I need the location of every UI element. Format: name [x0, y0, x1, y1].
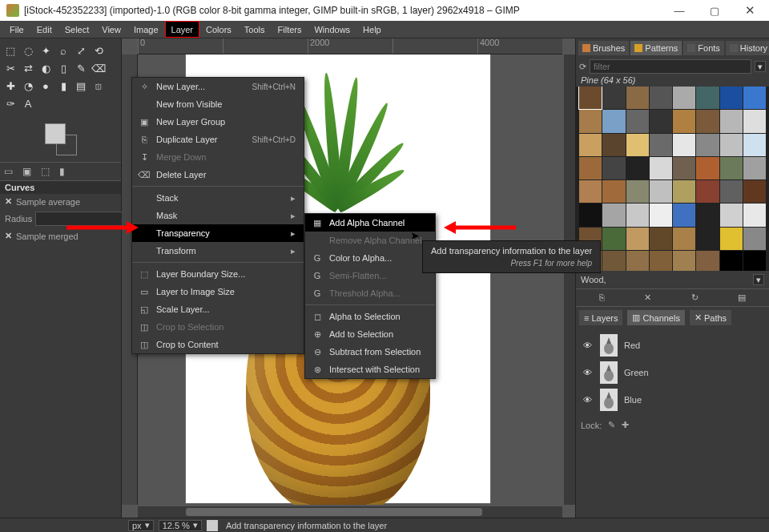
- menu-item-intersect-with-selection[interactable]: ⊗Intersect with Selection: [305, 361, 435, 378]
- pattern-swatch[interactable]: [696, 251, 719, 271]
- tool-preset-button[interactable]: ▭: [2, 164, 15, 179]
- menu-item-alpha-to-selection[interactable]: ◻Alpha to Selection: [305, 308, 435, 325]
- pattern-grid[interactable]: [576, 87, 769, 271]
- tool-button[interactable]: ●: [38, 78, 54, 94]
- menu-item-new-layer[interactable]: ✧New Layer...Shift+Ctrl+N: [132, 78, 304, 95]
- menu-item-color-to-alpha[interactable]: GColor to Alpha...: [305, 249, 435, 267]
- pattern-swatch[interactable]: [743, 180, 766, 203]
- menu-item-transform[interactable]: Transform▸: [132, 242, 304, 260]
- menu-item-subtract-from-selection[interactable]: ⊖Subtract from Selection: [305, 343, 435, 361]
- close-button[interactable]: ✕: [732, 0, 767, 21]
- lock-position-icon[interactable]: ✚: [622, 420, 629, 430]
- pattern-swatch[interactable]: [673, 180, 695, 203]
- pattern-swatch[interactable]: [743, 228, 766, 250]
- pattern-swatch[interactable]: [626, 110, 649, 132]
- pattern-swatch[interactable]: [626, 204, 649, 226]
- pattern-swatch[interactable]: [626, 87, 649, 109]
- menu-item-scale-layer[interactable]: ◱Scale Layer...: [132, 300, 304, 318]
- pattern-swatch[interactable]: [696, 180, 719, 203]
- pattern-swatch[interactable]: [650, 157, 672, 179]
- pattern-swatch[interactable]: [602, 87, 625, 109]
- pattern-swatch[interactable]: [626, 251, 649, 271]
- pattern-swatch[interactable]: [743, 204, 766, 226]
- pattern-swatch[interactable]: [673, 251, 695, 271]
- tool-button[interactable]: ✑: [2, 95, 18, 111]
- pattern-swatch[interactable]: [720, 251, 743, 271]
- pattern-swatch[interactable]: [650, 110, 672, 132]
- channel-row-green[interactable]: 👁Green: [581, 359, 764, 386]
- tool-button[interactable]: ▯: [55, 60, 71, 76]
- pattern-swatch[interactable]: [743, 110, 766, 132]
- menu-item-duplicate-layer[interactable]: ⎘Duplicate LayerShift+Ctrl+D: [132, 131, 304, 148]
- menu-item-layer-to-image-size[interactable]: ▭Layer to Image Size: [132, 283, 304, 300]
- pattern-swatch[interactable]: [602, 134, 625, 156]
- vertical-scrollbar[interactable]: [564, 54, 575, 505]
- pattern-swatch[interactable]: [720, 134, 743, 156]
- pattern-toolbar-button[interactable]: ▤: [738, 292, 746, 303]
- maximize-button[interactable]: ▢: [697, 0, 732, 21]
- pattern-swatch[interactable]: [626, 180, 649, 203]
- tab-layers[interactable]: ≡ Layers: [579, 310, 622, 325]
- dock-tab-patterns[interactable]: Patterns: [630, 41, 682, 55]
- tool-button[interactable]: ✦: [38, 42, 54, 58]
- menu-item-new-from-visible[interactable]: New from Visible: [132, 95, 304, 113]
- menu-colors[interactable]: Colors: [199, 21, 238, 38]
- menu-tools[interactable]: Tools: [238, 21, 272, 38]
- pattern-swatch[interactable]: [696, 87, 719, 109]
- tool-button[interactable]: ✂: [2, 60, 18, 76]
- pattern-swatch[interactable]: [673, 204, 695, 226]
- menu-help[interactable]: Help: [356, 21, 388, 38]
- pattern-swatch[interactable]: [743, 157, 766, 179]
- dock-tab-brushes[interactable]: Brushes: [578, 41, 629, 55]
- tab-paths[interactable]: ✕ Paths: [690, 310, 731, 325]
- pattern-swatch[interactable]: [673, 157, 695, 179]
- pattern-swatch[interactable]: [720, 228, 743, 250]
- pattern-swatch[interactable]: [579, 180, 602, 203]
- minimize-button[interactable]: —: [662, 0, 697, 21]
- pattern-toolbar-button[interactable]: ↻: [691, 292, 699, 303]
- lock-pixels-icon[interactable]: ✎: [608, 420, 615, 430]
- pattern-dropdown-button[interactable]: ▾: [753, 274, 764, 285]
- tool-button[interactable]: ⟲: [91, 42, 107, 58]
- pattern-swatch[interactable]: [579, 204, 602, 226]
- menu-select[interactable]: Select: [58, 21, 96, 38]
- pattern-swatch[interactable]: [743, 134, 766, 156]
- tool-button[interactable]: ▮: [55, 78, 71, 94]
- tool-button[interactable]: ⇄: [20, 60, 36, 76]
- pattern-swatch[interactable]: [626, 228, 649, 250]
- pattern-swatch[interactable]: [696, 228, 719, 250]
- dock-tab-history[interactable]: History: [726, 41, 769, 55]
- tool-preset-button[interactable]: ▣: [20, 164, 34, 179]
- tool-button[interactable]: ◐: [38, 60, 54, 76]
- pattern-swatch[interactable]: [650, 180, 672, 203]
- tool-preset-button[interactable]: ⬚: [38, 164, 52, 179]
- pattern-swatch[interactable]: [602, 204, 625, 226]
- pattern-filter-input[interactable]: [590, 59, 751, 74]
- tool-button[interactable]: ◌: [20, 42, 36, 58]
- pattern-swatch[interactable]: [720, 204, 743, 226]
- tool-button[interactable]: ✎: [73, 60, 89, 76]
- tool-button[interactable]: ✚: [2, 78, 18, 94]
- menu-item-mask[interactable]: Mask▸: [132, 207, 304, 224]
- tool-button[interactable]: ⌕: [55, 42, 71, 58]
- visibility-icon[interactable]: 👁: [581, 395, 594, 405]
- tool-button[interactable]: A: [20, 95, 36, 111]
- menu-file[interactable]: File: [3, 21, 30, 38]
- pattern-swatch[interactable]: [720, 157, 743, 179]
- pattern-swatch[interactable]: [673, 228, 695, 250]
- tool-preset-button[interactable]: ▮: [57, 164, 67, 179]
- pattern-swatch[interactable]: [579, 87, 602, 109]
- horizontal-scrollbar[interactable]: [138, 506, 562, 518]
- tool-button[interactable]: ⤢: [73, 42, 89, 58]
- pattern-swatch[interactable]: [650, 87, 672, 109]
- pattern-swatch[interactable]: [696, 110, 719, 132]
- menu-layer[interactable]: Layer: [165, 21, 200, 38]
- pattern-swatch[interactable]: [602, 228, 625, 250]
- pattern-toolbar-button[interactable]: ⎘: [599, 292, 605, 303]
- pattern-swatch[interactable]: [650, 228, 672, 250]
- pattern-swatch[interactable]: [626, 157, 649, 179]
- tool-button[interactable]: ⬚: [2, 42, 18, 58]
- unit-selector[interactable]: px▾: [128, 520, 154, 531]
- pattern-swatch[interactable]: [602, 251, 625, 271]
- menu-item-stack[interactable]: Stack▸: [132, 189, 304, 207]
